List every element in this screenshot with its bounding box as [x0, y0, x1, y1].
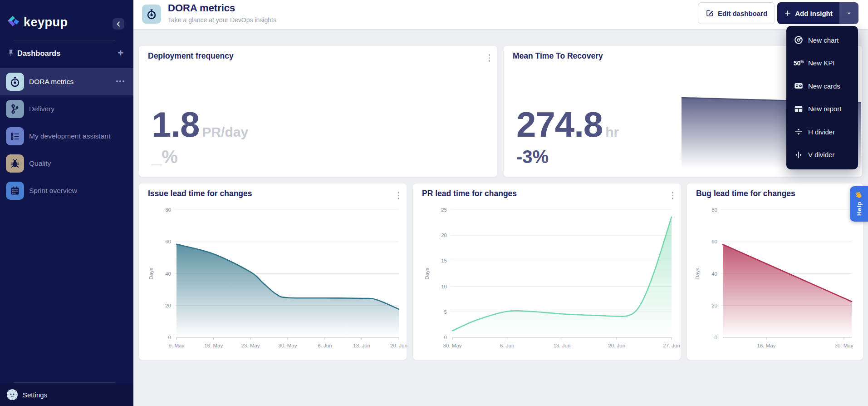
- svg-text:25: 25: [441, 207, 447, 213]
- svg-text:Days: Days: [424, 267, 430, 279]
- sidebar-item-settings[interactable]: Settings: [0, 383, 133, 406]
- sidebar-item-label: Quality: [29, 150, 51, 177]
- svg-text:30. May: 30. May: [443, 343, 462, 348]
- svg-text:6. Jun: 6. Jun: [318, 343, 332, 348]
- kpi-value-row: 1.8 PR/day: [152, 104, 248, 145]
- chart-card-pr-lead-time: 051015202530. May6. Jun13. Jun20. Jun27.…: [412, 183, 681, 360]
- help-label: Help: [856, 202, 863, 216]
- pin-icon: [6, 49, 15, 58]
- kpi-unit: hr: [605, 124, 619, 140]
- svg-text:9. May: 9. May: [169, 343, 185, 348]
- sidebar-collapse-button[interactable]: [113, 18, 124, 30]
- svg-text:0: 0: [715, 335, 717, 340]
- dashboards-section-title: Dashboards: [17, 49, 60, 58]
- settings-label: Settings: [23, 383, 47, 406]
- dashboard-icon-badge: [142, 5, 161, 24]
- page-header: DORA metrics Take a glance at your DevOp…: [133, 0, 868, 29]
- main-area: DORA metrics Take a glance at your DevOp…: [133, 0, 868, 406]
- logo-row: keypup: [0, 13, 133, 33]
- hand-wave-icon: [854, 191, 863, 200]
- menu-item-new-chart[interactable]: New chart: [786, 29, 858, 52]
- svg-text:80: 80: [165, 207, 171, 213]
- kpi-value: 1.8: [152, 104, 199, 145]
- donut-chart-icon: [793, 35, 804, 45]
- menu-item-label: New chart: [808, 36, 839, 44]
- add-dashboard-button[interactable]: +: [116, 48, 126, 58]
- svg-text:60: 60: [165, 239, 171, 244]
- edit-dashboard-button[interactable]: Edit dashboard: [698, 2, 775, 24]
- bug-icon: [6, 154, 24, 173]
- card-title: Issue lead time for changes: [148, 189, 252, 198]
- logo-text: keypup: [24, 15, 68, 30]
- svg-text:20: 20: [441, 233, 447, 238]
- svg-text:Days: Days: [148, 267, 154, 279]
- chart-card-issue-lead-time: 0204060809. May16. May23. May30. May6. J…: [138, 183, 407, 360]
- card-title: Bug lead time for changes: [696, 189, 795, 198]
- menu-item-h-divider[interactable]: H divider: [786, 120, 858, 144]
- add-insight-button[interactable]: Add insight: [777, 2, 839, 24]
- kpi-value: 274.8: [516, 104, 603, 145]
- svg-text:16. May: 16. May: [757, 343, 776, 348]
- sidebar-item-label: My development assistant: [29, 123, 110, 150]
- pencil-square-icon: [706, 9, 714, 17]
- sidebar: keypup Dashboards + DORA metrics Deliver…: [0, 0, 133, 406]
- stopwatch-icon: [6, 73, 24, 91]
- svg-text:10: 10: [441, 284, 447, 289]
- sidebar-item-quality[interactable]: Quality: [0, 150, 133, 177]
- sidebar-item-label: DORA metrics: [29, 68, 74, 95]
- card-title: Deployment frequency: [148, 51, 234, 61]
- add-insight-dropdown-button[interactable]: [839, 2, 858, 24]
- caret-down-icon: [845, 10, 853, 17]
- sidebar-item-label: Delivery: [29, 95, 54, 123]
- chevron-left-icon: [114, 20, 123, 28]
- gear-avatar-icon: [6, 389, 18, 401]
- report-table-icon: [793, 104, 804, 114]
- menu-item-new-report[interactable]: New report: [786, 98, 858, 121]
- card-menu-button[interactable]: [671, 190, 675, 201]
- kpi-delta: -3%: [516, 147, 549, 167]
- menu-item-new-kpi[interactable]: 50% New KPI: [786, 52, 858, 75]
- svg-text:6. Jun: 6. Jun: [500, 343, 514, 348]
- git-branch-icon: [6, 100, 24, 118]
- svg-text:60: 60: [711, 239, 717, 244]
- kpi-unit: PR/day: [202, 124, 248, 140]
- svg-text:20. Jun: 20. Jun: [608, 343, 625, 348]
- svg-text:40: 40: [165, 271, 171, 277]
- sidebar-item-sprint-overview[interactable]: Sprint overview: [0, 177, 133, 204]
- svg-text:80: 80: [711, 207, 717, 213]
- svg-text:Days: Days: [695, 267, 700, 279]
- menu-item-label: New report: [808, 105, 841, 113]
- kpi-value-row: 274.8 hr: [516, 104, 619, 145]
- svg-text:15: 15: [441, 258, 447, 263]
- chart-card-bug-lead-time: 02040608016. May30. MayDays Bug lead tim…: [687, 183, 863, 360]
- svg-text:30. May: 30. May: [279, 343, 297, 348]
- item-more-menu-button[interactable]: [116, 80, 124, 82]
- sidebar-item-delivery[interactable]: Delivery: [0, 95, 133, 123]
- svg-text:40: 40: [711, 271, 717, 277]
- card-menu-button[interactable]: [487, 53, 492, 63]
- svg-text:0: 0: [444, 335, 447, 340]
- sidebar-item-dora-metrics[interactable]: DORA metrics: [0, 68, 133, 95]
- sidebar-item-label: Sprint overview: [29, 177, 77, 204]
- menu-item-new-cards[interactable]: New cards: [786, 74, 858, 98]
- dashboards-section-header: Dashboards +: [0, 47, 133, 61]
- card-title: Mean Time To Recovery: [513, 51, 603, 61]
- card-title: PR lead time for changes: [422, 189, 517, 198]
- page-subtitle: Take a glance at your DevOps insights: [168, 16, 276, 24]
- bug-lead-time-chart: 02040608016. May30. MayDays: [687, 183, 864, 361]
- h-divider-icon: [793, 127, 804, 137]
- help-button[interactable]: Help: [850, 186, 868, 222]
- stopwatch-icon: [146, 9, 157, 20]
- sidebar-item-my-development-assistant[interactable]: My development assistant: [0, 123, 133, 150]
- pr-lead-time-chart: 051015202530. May6. Jun13. Jun20. Jun27.…: [413, 183, 682, 361]
- plus-icon: [784, 10, 791, 17]
- sidebar-footer-divider: [14, 382, 115, 383]
- menu-item-label: New KPI: [808, 59, 834, 67]
- cards-icon: [793, 81, 804, 91]
- menu-item-v-divider[interactable]: V divider: [786, 144, 858, 167]
- kpi-delta: _%: [152, 147, 178, 167]
- svg-text:20. Jun: 20. Jun: [390, 343, 407, 348]
- svg-text:13. Jun: 13. Jun: [554, 343, 571, 348]
- card-menu-button[interactable]: [397, 190, 401, 201]
- svg-text:0: 0: [168, 335, 171, 340]
